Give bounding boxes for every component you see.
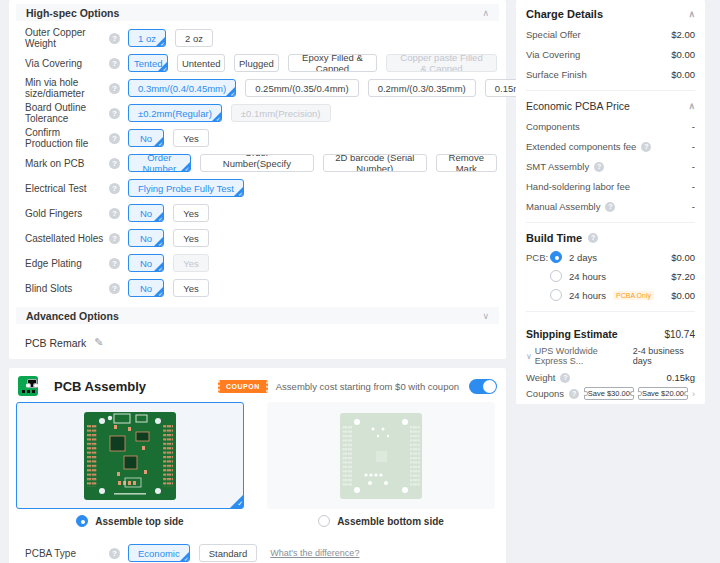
expand-down-icon[interactable]: ∨ — [526, 352, 532, 361]
option-group: ±0.2mm(Regular)±0.1mm(Precision) — [128, 104, 340, 122]
radio-selected-icon[interactable] — [550, 251, 562, 263]
help-icon[interactable]: ? — [588, 233, 598, 243]
fee-label: Via Covering — [526, 49, 580, 60]
build-time-option[interactable]: 24 hours$7.20 — [526, 270, 695, 282]
option-button[interactable]: Yes — [173, 279, 209, 297]
shipping-method-row[interactable]: ∨ UPS Worldwide Express S... 2-4 busines… — [526, 346, 695, 366]
option-button[interactable]: Epoxy Filled & Capped — [288, 54, 377, 72]
option-button[interactable]: Order Number — [128, 154, 191, 172]
help-icon[interactable]: ? — [109, 83, 120, 94]
build-time-option[interactable]: 24 hoursPCBA Only$0.00 — [526, 289, 695, 301]
option-button[interactable]: Yes — [173, 129, 209, 147]
radio-unselected-icon[interactable] — [318, 515, 330, 527]
help-icon[interactable]: ? — [109, 233, 120, 244]
option-button[interactable]: No — [128, 129, 164, 147]
coupons-label: Coupons — [526, 388, 564, 399]
option-button[interactable]: No — [128, 254, 164, 272]
option-button[interactable]: 0.25mm/(0.35/0.4mm) — [245, 79, 358, 97]
option-button[interactable]: 2 oz — [175, 29, 213, 47]
chip-icon — [18, 376, 38, 396]
help-icon[interactable]: ? — [560, 373, 570, 383]
help-icon[interactable]: ? — [109, 158, 120, 169]
collapse-up-icon[interactable]: ∧ — [688, 9, 695, 19]
radio-selected-icon[interactable] — [76, 515, 88, 527]
help-icon[interactable]: ? — [569, 389, 579, 399]
option-button[interactable]: Flying Probe Fully Test — [128, 179, 244, 197]
charge-details-header[interactable]: Charge Details ∧ — [526, 8, 695, 20]
weight-row: Weight ? 0.15kg — [526, 372, 695, 383]
option-button[interactable]: Economic — [128, 544, 190, 562]
build-time-option[interactable]: PCB:2 days$0.00 — [526, 251, 695, 263]
shipping-estimate-title: Shipping Estimate — [526, 328, 618, 340]
fee-value: - — [692, 201, 695, 212]
option-button[interactable]: 0.2mm/(0.3/0.35mm) — [368, 79, 476, 97]
help-icon[interactable]: ? — [605, 202, 615, 212]
option-button[interactable]: Yes — [173, 204, 209, 222]
option-button[interactable]: 1 oz — [128, 29, 166, 47]
whats-the-difference-link[interactable]: What's the difference? — [270, 548, 359, 558]
assemble-top-side-option[interactable]: Assemble top side — [16, 515, 244, 527]
help-icon[interactable]: ? — [109, 283, 120, 294]
option-button[interactable]: ±0.2mm(Regular) — [128, 104, 222, 122]
radio-unselected-icon[interactable] — [550, 289, 562, 301]
option-button[interactable]: No — [128, 229, 164, 247]
edit-pencil-icon[interactable]: ✎ — [94, 336, 103, 349]
help-icon[interactable]: ? — [109, 183, 120, 194]
option-button[interactable]: Order Number(Specify Position) — [200, 154, 315, 172]
option-button[interactable]: 0.3mm/(0.4/0.45mm) — [128, 79, 236, 97]
expand-down-icon[interactable]: ∨ — [482, 311, 489, 321]
assemble-bottom-preview[interactable] — [267, 402, 495, 509]
option-group: NoYes — [128, 254, 218, 272]
pcba-type-row: PCBA Type ? EconomicStandard What's the … — [25, 544, 506, 562]
build-time-title: Build Time — [526, 232, 582, 244]
option-button[interactable]: Tented — [128, 54, 168, 72]
row-label: Min via hole size/diameter — [25, 77, 109, 99]
shipping-method[interactable]: UPS Worldwide Express S... — [535, 346, 633, 366]
assemble-top-preview[interactable] — [16, 402, 244, 509]
option-group: NoYes — [128, 229, 218, 247]
build-time-price: $7.20 — [671, 271, 695, 282]
high-spec-options-header[interactable]: High-spec Options ∧ — [16, 4, 499, 21]
coupon-chips: Save $30.00 Save $20.00 › — [580, 387, 695, 400]
advanced-options-header[interactable]: Advanced Options ∨ — [16, 307, 499, 324]
build-time-option-label: 24 hours — [569, 290, 606, 301]
option-button[interactable]: Untented — [177, 54, 225, 72]
advanced-options-title: Advanced Options — [26, 310, 119, 322]
help-icon[interactable]: ? — [109, 548, 120, 559]
option-button[interactable]: No — [128, 279, 164, 297]
help-icon[interactable]: ? — [641, 142, 651, 152]
high-spec-options-title: High-spec Options — [26, 7, 119, 19]
help-icon[interactable]: ? — [109, 208, 120, 219]
help-icon[interactable]: ? — [109, 33, 120, 44]
economic-pcba-header[interactable]: Economic PCBA Price ∧ — [526, 100, 695, 112]
help-icon[interactable]: ? — [109, 258, 120, 269]
help-icon[interactable]: ? — [109, 58, 120, 69]
chevron-right-icon[interactable]: › — [692, 389, 695, 399]
spec-row: Edge Plating?NoYes — [25, 254, 506, 272]
option-button[interactable]: No — [128, 204, 164, 222]
option-button[interactable]: Yes — [173, 229, 209, 247]
radio-unselected-icon[interactable] — [550, 270, 562, 282]
pcb-bottom-image — [340, 413, 422, 499]
option-button[interactable]: Standard — [199, 544, 258, 562]
help-icon[interactable]: ? — [594, 162, 604, 172]
option-button[interactable]: 2D barcode (Serial Number) — [323, 154, 426, 172]
collapse-up-icon[interactable]: ∧ — [482, 8, 489, 18]
fee-label: Manual Assembly — [526, 201, 600, 212]
assemble-bottom-side-option[interactable]: Assemble bottom side — [267, 515, 495, 527]
row-label: Blind Slots — [25, 283, 109, 294]
option-button[interactable]: Plugged — [234, 54, 279, 72]
option-button[interactable]: Remove Mark — [436, 154, 498, 172]
high-spec-rows: Outer Copper Weight?1 oz2 ozVia Covering… — [9, 21, 506, 297]
option-button: ±0.1mm(Precision) — [231, 104, 331, 122]
high-spec-options-card: High-spec Options ∧ Outer Copper Weight?… — [9, 0, 506, 359]
help-icon[interactable]: ? — [109, 108, 120, 119]
collapse-up-icon[interactable]: ∧ — [688, 101, 695, 111]
coupon-note: Assembly cost starting from $0 with coup… — [276, 381, 459, 392]
coupon-chip[interactable]: Save $30.00 — [584, 387, 634, 400]
assembly-toggle[interactable] — [469, 379, 497, 394]
help-icon[interactable]: ? — [109, 133, 120, 144]
build-time-options: PCB:2 days$0.0024 hours$7.2024 hoursPCBA… — [526, 251, 695, 301]
coupon-chip[interactable]: Save $20.00 — [638, 387, 688, 400]
row-label: Mark on PCB — [25, 158, 109, 169]
